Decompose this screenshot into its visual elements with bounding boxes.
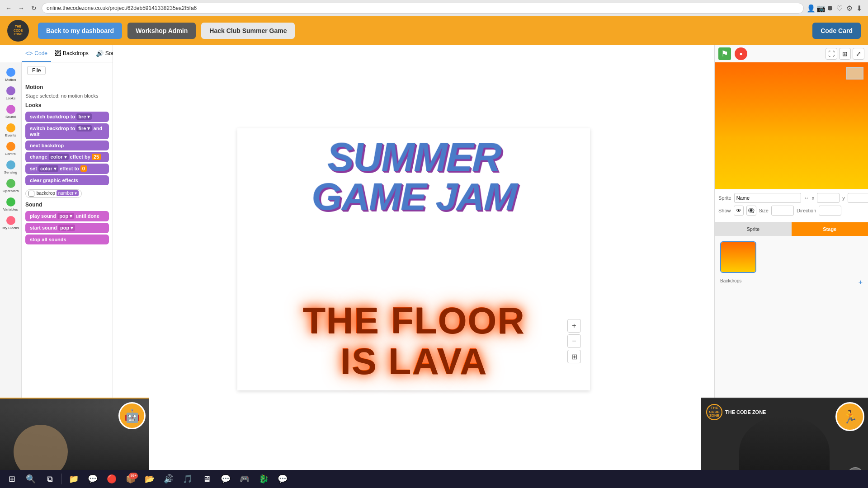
looks-label: Looks xyxy=(22,100,113,110)
flag-icon: ⚑ xyxy=(721,49,728,59)
green-flag-btn[interactable]: ⚑ xyxy=(718,47,731,60)
change-effect-btn[interactable]: change color ▾ effect by 25 xyxy=(25,152,109,162)
direction-input[interactable] xyxy=(819,206,841,216)
hide-btn[interactable]: 👁‍🗨 xyxy=(746,206,756,216)
stage-tab[interactable]: Stage xyxy=(792,222,868,236)
set-effect-btn[interactable]: set color ▾ effect to 0 xyxy=(25,164,109,174)
game-title: SUMMER GAME JAM xyxy=(255,137,572,217)
size-label: Size xyxy=(759,208,769,213)
sprite-row: Sprite ↔ x y xyxy=(718,193,864,203)
zoom-in-btn[interactable]: + xyxy=(567,319,581,333)
msg-btn[interactable]: 💬 xyxy=(217,472,234,486)
stage-backdrop-item[interactable] xyxy=(720,241,756,273)
right-preview xyxy=(715,62,868,189)
direction-label: Direction xyxy=(797,208,816,213)
camera-icon[interactable]: 📷 xyxy=(816,4,825,12)
music-btn[interactable]: 🎵 xyxy=(179,472,196,486)
game-btn[interactable]: 🎮 xyxy=(236,472,253,486)
app3-btn[interactable]: 📂 xyxy=(142,472,158,486)
app1-btn[interactable]: 🔴 xyxy=(104,472,120,486)
zoom-out-btn[interactable]: − xyxy=(567,334,581,348)
summer-game-jam-text: SUMMER GAME JAM xyxy=(251,136,576,216)
profile-icon[interactable]: 👤 xyxy=(807,4,815,12)
sprite-stage-tabs: Sprite Stage xyxy=(715,222,868,236)
y-label: y xyxy=(842,195,845,201)
y-input[interactable] xyxy=(848,193,868,203)
tab-code[interactable]: <> Code xyxy=(22,45,51,62)
backdrop-add-btn[interactable]: + xyxy=(859,278,863,286)
stop-btn[interactable]: ● xyxy=(735,47,747,60)
sidebar-tabs: <> Code 🖼 Backdrops 🔊 Sounds xyxy=(22,45,113,62)
floor-lava-big-text: THE FLOOR IS LAVA xyxy=(237,300,590,381)
x-label: x xyxy=(812,195,815,201)
rec-icon[interactable]: ⏺ xyxy=(826,4,835,12)
show-btn[interactable]: 👁 xyxy=(734,206,744,216)
stop-all-sounds-btn[interactable]: stop all sounds xyxy=(25,235,109,244)
expand-btn[interactable]: ⤢ xyxy=(853,48,864,60)
file-btn[interactable]: File xyxy=(27,66,46,75)
variables-category[interactable]: Variables xyxy=(1,196,20,213)
character-avatar: 🏃 xyxy=(835,402,864,431)
backdrop-reporter-area: backdrop number ▾ xyxy=(22,187,113,200)
url-text: online.thecodezone.co.uk/project/62deb59… xyxy=(47,5,197,11)
sensing-category[interactable]: Sensing xyxy=(1,159,20,176)
sound-category[interactable]: Sound xyxy=(1,103,20,121)
myblocks-category[interactable]: My Blocks xyxy=(1,214,20,232)
discord-btn[interactable]: 💬 xyxy=(274,472,291,486)
stop-icon: ● xyxy=(739,51,742,57)
panel-icon-btns: ⛶ ⊞ ⤢ xyxy=(826,48,864,60)
size-input[interactable] xyxy=(771,206,794,216)
tab-backdrops-label: Backdrops xyxy=(63,50,89,56)
zoom-fit-btn[interactable]: ⊞ xyxy=(567,350,581,363)
download-icon[interactable]: ⬇ xyxy=(856,4,864,12)
events-category[interactable]: Events xyxy=(1,122,20,139)
taskbar-sep1 xyxy=(61,474,62,484)
layout-btn[interactable]: ⊞ xyxy=(839,48,851,60)
dragon-btn[interactable]: 🐉 xyxy=(255,472,272,486)
app2-btn[interactable]: 📦 99+ xyxy=(123,472,139,486)
sprite-name-input[interactable] xyxy=(734,193,801,203)
clear-effects-btn[interactable]: clear graphic effects xyxy=(25,175,109,185)
hackclub-btn[interactable]: Hack Club Summer Game xyxy=(201,23,295,39)
backdrop-reporter-btn[interactable]: backdrop number ▾ xyxy=(25,189,82,198)
next-backdrop-btn[interactable]: next backdrop xyxy=(25,141,109,150)
heart-icon[interactable]: ♡ xyxy=(836,4,844,12)
back-btn[interactable]: ← xyxy=(4,3,14,13)
sprite-tab[interactable]: Sprite xyxy=(715,222,792,236)
play-sound-btn[interactable]: play sound pop ▾ until done xyxy=(25,211,109,221)
refresh-btn[interactable]: ↻ xyxy=(29,3,39,13)
browser-actions: 👤 📷 ⏺ ♡ ⚙ ⬇ xyxy=(807,4,864,12)
chat-btn[interactable]: 💬 xyxy=(85,472,101,486)
show-row: Show 👁 👁‍🗨 Size Direction xyxy=(718,206,864,216)
audio-btn[interactable]: 🔊 xyxy=(160,472,177,486)
browser-bar: ← → ↻ online.thecodezone.co.uk/project/6… xyxy=(0,0,868,16)
floor-lava-text: THE FLOOR IS LAVA xyxy=(237,300,590,381)
motion-category[interactable]: Motion xyxy=(1,66,20,84)
operators-category[interactable]: Operators xyxy=(1,177,20,195)
tab-backdrops[interactable]: 🖼 Backdrops xyxy=(51,45,92,62)
display-btn[interactable]: 🖥 xyxy=(198,472,215,486)
back-to-dashboard-btn[interactable]: Back to my dashboard xyxy=(38,23,122,39)
code-card-btn[interactable]: Code Card xyxy=(812,23,861,39)
backdrop-count-label: Backdrops + xyxy=(718,278,864,283)
file-explorer-btn[interactable]: 📁 xyxy=(66,472,82,486)
sprite-inspector: Sprite ↔ x y Show 👁 👁‍🗨 Size Direction xyxy=(715,189,868,222)
workshop-admin-btn[interactable]: Workshop Admin xyxy=(127,23,196,39)
switch-backdrop-btn[interactable]: switch backdrop to fire ▾ xyxy=(25,112,109,122)
looks-category[interactable]: Looks xyxy=(1,84,20,102)
taskview-btn[interactable]: ⧉ xyxy=(42,472,58,486)
windows-start-btn[interactable]: ⊞ xyxy=(4,472,20,486)
address-bar[interactable]: online.thecodezone.co.uk/project/62deb59… xyxy=(42,3,804,14)
fullscreen-btn[interactable]: ⛶ xyxy=(826,48,837,60)
x-input[interactable] xyxy=(817,193,840,203)
search-taskbar-btn[interactable]: 🔍 xyxy=(23,472,39,486)
backdrop-checkbox[interactable] xyxy=(28,191,34,197)
settings-icon[interactable]: ⚙ xyxy=(846,4,854,12)
start-sound-btn[interactable]: start sound pop ▾ xyxy=(25,223,109,233)
logo-icon: THECODEZONE xyxy=(7,20,29,42)
switch-backdrop-wait-btn[interactable]: switch backdrop to fire ▾ and wait xyxy=(25,123,109,139)
forward-btn[interactable]: → xyxy=(16,3,26,13)
control-category[interactable]: Control xyxy=(1,140,20,158)
taskbar: ⊞ 🔍 ⧉ 📁 💬 🔴 📦 99+ 📂 🔊 🎵 🖥 💬 🎮 🐉 💬 xyxy=(0,470,868,488)
tab-code-label: Code xyxy=(34,50,47,56)
